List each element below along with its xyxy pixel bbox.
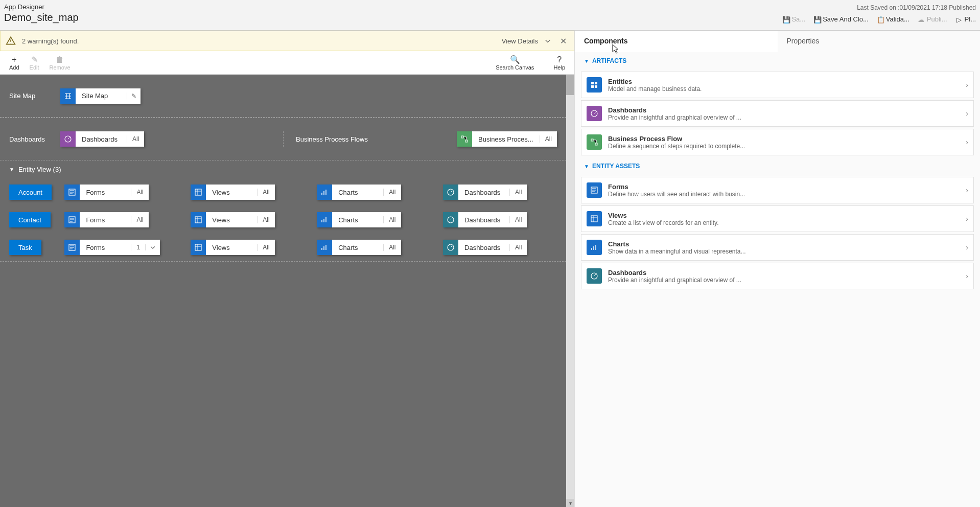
views-tile[interactable]: Views All (191, 185, 274, 200)
component-card-views[interactable]: Views Create a list view of records for … (581, 205, 974, 232)
canvas-inner: Site Map Site Map ✎ Dashboards (0, 75, 566, 262)
component-card-entities[interactable]: Entities Model and manage business data.… (581, 72, 974, 98)
dashboards-tile[interactable]: Dashboards All (443, 212, 527, 227)
toolbar-right: 🔍 Search Canvas ? Help (491, 54, 570, 72)
tab-properties[interactable]: Properties (778, 31, 981, 52)
validate-button[interactable]: 📋 Valida... (877, 15, 909, 23)
view-details-link[interactable]: View Details (502, 37, 538, 45)
forms-tile[interactable]: Forms 1 (64, 240, 160, 255)
component-card-charts[interactable]: Charts Show data in a meaningful and vis… (581, 234, 974, 261)
close-icon[interactable]: ✕ (560, 36, 567, 46)
vertical-scrollbar[interactable]: ▾ (566, 75, 574, 507)
entity-button[interactable]: Task (9, 240, 41, 255)
scroll-down-icon[interactable]: ▾ (566, 499, 574, 507)
bpf-badge: All (540, 135, 557, 143)
search-icon: 🔍 (510, 55, 520, 64)
form-icon (64, 240, 80, 255)
bpf-tile[interactable]: Business Proces... All (457, 131, 557, 147)
chevron-right-icon: › (966, 243, 968, 251)
svg-rect-10 (195, 244, 201, 250)
validate-label: Valida... (886, 15, 909, 23)
component-title: Dashboards (608, 269, 960, 276)
views-tile[interactable]: Views All (191, 212, 274, 227)
play-button[interactable]: ▷ Pl... (955, 15, 976, 23)
sitemap-edit-icon[interactable]: ✎ (127, 93, 141, 100)
entity-button[interactable]: Account (9, 185, 52, 200)
component-body: Dashboards Provide an insightful and gra… (608, 106, 960, 121)
charts-tile[interactable]: Charts All (317, 212, 401, 227)
save-and-close-button[interactable]: 💾 Save And Clo... (813, 15, 869, 23)
views-badge: All (257, 189, 274, 196)
plus-icon: + (12, 55, 16, 64)
warning-text: 2 warning(s) found. (22, 37, 79, 45)
sitemap-tile[interactable]: Site Map ✎ (60, 88, 141, 104)
dashboards-label: Dashboards (9, 135, 60, 143)
component-body: Charts Show data in a meaningful and vis… (608, 240, 960, 255)
forms-tile[interactable]: Forms All (64, 185, 148, 200)
canvas-wrap: 2 warning(s) found. View Details ✕ + Add… (0, 31, 574, 507)
entity-assets-label: ENTITY ASSETS (592, 163, 640, 170)
component-card-forms[interactable]: Forms Define how users will see and inte… (581, 177, 974, 203)
component-desc: Define a sequence of steps required to c… (608, 143, 960, 150)
charts-tile[interactable]: Charts All (317, 240, 401, 255)
chevron-down-icon[interactable] (544, 37, 551, 44)
forms-tile[interactable]: Forms All (64, 212, 148, 227)
last-saved-text: Last Saved on :01/09/2021 17:18 Publishe… (857, 4, 976, 11)
charts-badge: All (383, 216, 401, 223)
svg-rect-4 (195, 189, 201, 195)
sidebar: Components Properties ▼ ARTIFACTS Entiti… (574, 31, 980, 507)
svg-rect-13 (595, 82, 597, 84)
artifacts-label: ARTIFACTS (592, 57, 626, 64)
dashboards-label: Dashboards (458, 189, 509, 196)
charts-tile[interactable]: Charts All (317, 185, 401, 200)
entity-button[interactable]: Contact (9, 212, 51, 227)
list-icon (191, 240, 206, 255)
chevron-down-icon[interactable] (145, 244, 160, 250)
help-button[interactable]: ? Help (548, 54, 570, 72)
sitemap-section: Site Map Site Map ✎ (0, 75, 566, 118)
component-body: Views Create a list view of records for … (608, 212, 960, 226)
search-canvas-button[interactable]: 🔍 Search Canvas (491, 54, 539, 72)
help-label: Help (553, 64, 565, 71)
entity-view-toggle[interactable]: ▼ Entity View (3) (0, 160, 566, 178)
svg-rect-18 (595, 143, 597, 145)
chevron-right-icon: › (966, 138, 968, 146)
component-card-business-process-flow[interactable]: Business Process Flow Define a sequence … (581, 129, 974, 155)
validate-icon: 📋 (877, 16, 884, 23)
entity-assets-group-header[interactable]: ▼ ENTITY ASSETS (575, 157, 980, 175)
svg-rect-12 (591, 82, 594, 84)
component-body: Forms Define how users will see and inte… (608, 183, 960, 198)
tab-components[interactable]: Components (575, 31, 778, 52)
forms-badge: All (131, 216, 148, 223)
header-actions: 💾 Sa... 💾 Save And Clo... 📋 Valida... ☁ … (782, 15, 976, 23)
sitemap-tile-label: Site Map (76, 92, 127, 100)
component-card-dashboards[interactable]: Dashboards Provide an insightful and gra… (581, 100, 974, 127)
scrollbar-thumb[interactable] (566, 75, 574, 95)
dashboards-tile[interactable]: Dashboards All (443, 185, 527, 200)
list-icon (587, 211, 602, 226)
component-body: Dashboards Provide an insightful and gra… (608, 269, 960, 284)
views-tile[interactable]: Views All (191, 240, 274, 255)
entity-row: Account Forms All Views All Charts All D… (0, 178, 566, 206)
gauge-icon (60, 131, 76, 147)
add-button[interactable]: + Add (4, 54, 25, 72)
bpf-label: Business Process Flows (296, 135, 378, 143)
pencil-icon: ✎ (31, 55, 38, 64)
dashboards-half: Dashboards Dashboards All (9, 131, 283, 147)
svg-rect-20 (591, 216, 597, 222)
flow-icon (457, 131, 472, 147)
gauge-icon (587, 268, 602, 284)
artifacts-group-header[interactable]: ▼ ARTIFACTS (575, 52, 980, 70)
charts-badge: All (383, 189, 401, 196)
component-card-dashboards[interactable]: Dashboards Provide an insightful and gra… (581, 263, 974, 289)
component-body: Entities Model and manage business data. (608, 78, 960, 93)
views-badge: All (257, 244, 274, 251)
canvas[interactable]: Site Map Site Map ✎ Dashboards (0, 75, 574, 507)
dashboards-tile[interactable]: Dashboards All (60, 131, 144, 147)
list-icon (191, 212, 206, 227)
dashboards-tile[interactable]: Dashboards All (443, 240, 527, 255)
component-body: Business Process Flow Define a sequence … (608, 135, 960, 150)
entity-row: Contact Forms All Views All Charts All D… (0, 206, 566, 234)
app-title: App Designer (4, 0, 976, 11)
charts-badge: All (383, 244, 401, 251)
